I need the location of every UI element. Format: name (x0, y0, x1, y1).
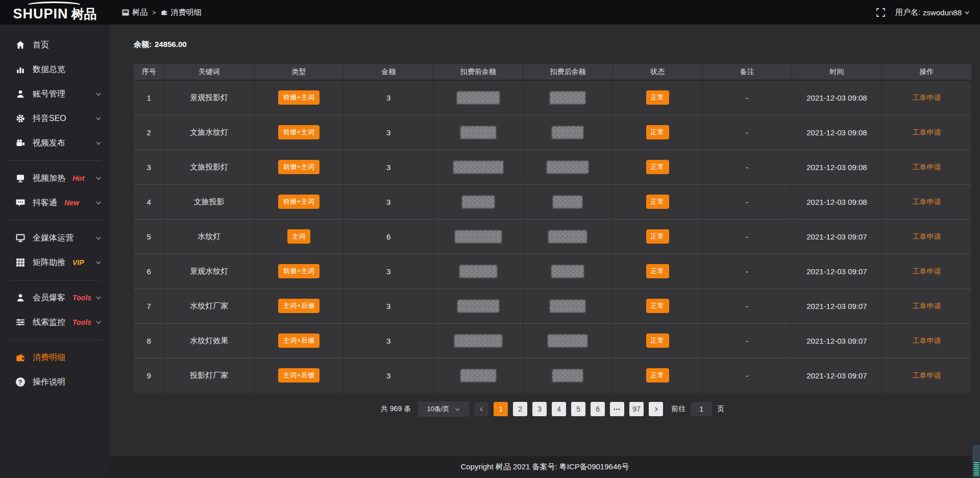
page-button-97[interactable]: 97 (629, 402, 644, 416)
redacted-value (547, 161, 589, 174)
column-header: 状态 (612, 64, 702, 80)
redacted-value (548, 230, 587, 243)
goto-page-input[interactable] (691, 402, 712, 416)
cell-balance-before (433, 254, 523, 289)
ticket-request-link[interactable]: 工单申请 (912, 198, 941, 206)
ticket-request-link[interactable]: 工单申请 (912, 267, 941, 275)
sidebar-item-label: 消费明细 (33, 352, 65, 363)
cell-balance-before (433, 115, 523, 150)
status-badge: 正常 (646, 195, 669, 209)
page-button-6[interactable]: 6 (591, 402, 605, 416)
sidebar-menu: 首页数据总览账号管理抖音SEO视频发布视频加热Hot抖客通New全媒体运营矩阵助… (0, 33, 110, 394)
cell-no: 6 (134, 254, 164, 289)
sidebar-item-video-0-4[interactable]: 视频发布 (0, 131, 110, 155)
grid-icon (15, 258, 25, 268)
page-size-select[interactable]: 10条/页 (418, 401, 469, 417)
logo-arc (26, 2, 83, 10)
sidebar-item-user-0-2[interactable]: 账号管理 (0, 82, 110, 106)
redacted-value (551, 265, 584, 278)
sidebar-item-gear-0-3[interactable]: 抖音SEO (0, 106, 110, 131)
redacted-value (552, 369, 583, 382)
page-button-2[interactable]: 2 (513, 402, 527, 416)
cell-amount: 6 (344, 219, 433, 254)
sidebar-divider (8, 160, 102, 161)
cell-balance-after (523, 289, 613, 323)
sidebar-item-question-4-1[interactable]: ?操作说明 (0, 370, 110, 394)
page-button-1[interactable]: 1 (494, 402, 508, 416)
sidebar-item-user-3-0[interactable]: 会员爆客Tools (0, 285, 110, 310)
cell-no: 1 (134, 80, 164, 115)
type-badge: 主词 (287, 229, 310, 244)
cell-action: 工单申请 (881, 184, 971, 219)
column-header: 扣费后余额 (523, 64, 613, 80)
chevron-down-icon (95, 295, 102, 301)
breadcrumb-separator: > (152, 9, 156, 16)
cell-balance-before (433, 323, 523, 358)
status-badge: 正常 (646, 333, 669, 348)
prev-page-button[interactable] (474, 402, 488, 416)
sidebar-item-sliders-3-1[interactable]: 线索监控Tools (0, 310, 110, 334)
cell-status: 正常 (612, 219, 702, 254)
sidebar-item-label: 视频发布 (33, 138, 65, 149)
redacted-value (460, 126, 496, 139)
breadcrumb-item-current[interactable]: 消费明细 (161, 8, 202, 17)
fullscreen-icon[interactable] (876, 8, 885, 17)
page-ellipsis-button[interactable]: ••• (610, 402, 624, 416)
table-row: 1景观投影灯前缀+主词3正常-2021-12-03 09:08工单申请 (134, 80, 971, 115)
ticket-request-link[interactable]: 工单申请 (912, 128, 941, 136)
table-header-row: 序号关键词类型金额扣费前余额扣费后余额状态备注时间操作 (134, 64, 971, 80)
sidebar-item-home-0-0[interactable]: 首页 (0, 33, 110, 57)
sidebar-item-label: 抖音SEO (33, 113, 66, 124)
user-menu[interactable]: 用户名: zswodun88 (895, 8, 970, 17)
ticket-request-link[interactable]: 工单申请 (912, 232, 941, 241)
column-header: 序号 (134, 64, 164, 80)
cell-type: 主词 (254, 219, 344, 254)
screen-icon (15, 174, 25, 183)
sidebar-item-label: 账号管理 (33, 89, 65, 100)
chevron-right-icon (653, 407, 659, 412)
sidebar-item-grid-2-1[interactable]: 矩阵助推VIP (0, 250, 110, 275)
redacted-value (552, 126, 583, 139)
cell-time: 2021-12-03 09:07 (792, 358, 882, 393)
redacted-value (459, 265, 497, 278)
chevron-down-icon (95, 91, 102, 97)
cell-status: 正常 (612, 184, 702, 219)
cell-action: 工单申请 (881, 289, 971, 323)
chat-widget-stripes (974, 462, 979, 475)
sidebar-item-label: 矩阵助推 (33, 257, 65, 268)
sidebar-item-wallet-4-0[interactable]: 消费明细 (0, 345, 110, 370)
chat-widget[interactable] (972, 444, 980, 478)
cell-no: 2 (134, 115, 164, 150)
sidebar-item-chat-1-1[interactable]: 抖客通New (0, 190, 110, 215)
status-badge: 正常 (646, 299, 669, 313)
cell-status: 正常 (612, 150, 702, 184)
page-button-5[interactable]: 5 (571, 402, 585, 416)
cell-type: 主词+后缀 (254, 358, 344, 393)
ticket-request-link[interactable]: 工单申请 (912, 371, 941, 379)
footer: Copyright 树品 2021 备案号: 粤ICP备09019646号 (110, 456, 980, 478)
cell-status: 正常 (612, 358, 702, 393)
balance-value: 24856.00 (155, 40, 187, 49)
question-icon: ? (15, 377, 25, 387)
cell-balance-before (433, 289, 523, 323)
breadcrumb-item-home[interactable]: 树品 (122, 8, 148, 17)
cell-action: 工单申请 (881, 150, 971, 184)
chevron-down-icon (95, 200, 102, 206)
ticket-request-link[interactable]: 工单申请 (912, 302, 941, 310)
cell-remark: - (702, 219, 792, 254)
page-button-3[interactable]: 3 (532, 402, 547, 416)
cell-type: 前缀+主词 (254, 184, 344, 219)
next-page-button[interactable] (649, 402, 663, 416)
ticket-request-link[interactable]: 工单申请 (912, 337, 941, 345)
cell-action: 工单申请 (881, 115, 971, 150)
ticket-request-link[interactable]: 工单申请 (912, 163, 941, 171)
app-logo: SHUPIN 树品 (0, 0, 110, 25)
sidebar-item-screen-1-0[interactable]: 视频加热Hot (0, 166, 110, 190)
ticket-request-link[interactable]: 工单申请 (912, 93, 941, 102)
sidebar-item-monitor-2-0[interactable]: 全媒体运营 (0, 226, 110, 250)
page-button-4[interactable]: 4 (552, 402, 566, 416)
sidebar-item-chart-0-1[interactable]: 数据总览 (0, 57, 110, 82)
chevron-down-icon (95, 115, 102, 122)
sidebar-item-label: 全媒体运营 (33, 233, 74, 244)
cell-balance-after (523, 358, 613, 393)
